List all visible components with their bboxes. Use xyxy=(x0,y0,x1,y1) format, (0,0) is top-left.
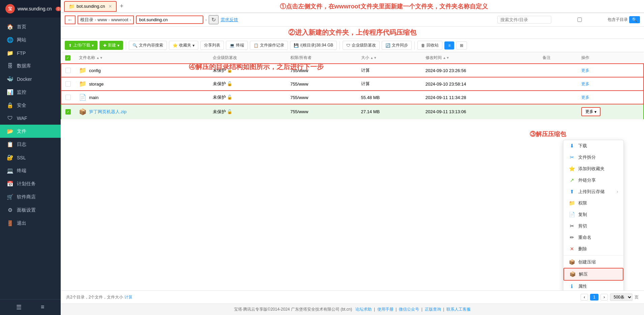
bottom-footer: 宝塔·腾讯云专享版©2014-2024 广东堡塔安全技术有限公司 (bt.cn)… xyxy=(61,304,644,315)
sidebar-item-ftp[interactable]: 📁 FTP xyxy=(0,46,61,60)
view-list-btn[interactable]: ≡ xyxy=(444,41,454,50)
cut-icon: ✂ xyxy=(569,223,575,229)
manual-link[interactable]: 使用手册 xyxy=(377,307,393,312)
sidebar-label-files: 文件 xyxy=(17,128,26,134)
path-seg-www[interactable]: www xyxy=(97,17,107,22)
col-action: 操作 xyxy=(577,52,644,64)
cm-copy[interactable]: 📄 复制 xyxy=(563,209,623,220)
enterprise-protect-btn[interactable]: 🛡 企业级防篡改 xyxy=(343,41,380,50)
cm-cut[interactable]: ✂ 剪切 xyxy=(563,220,623,232)
ftp-icon: 📁 xyxy=(7,50,13,56)
support-link[interactable]: 联系人工客服 xyxy=(446,307,471,312)
sidebar-item-terminal[interactable]: 💻 终端 xyxy=(0,164,61,177)
sidebar-item-database[interactable]: 🗄 数据库 xyxy=(0,60,61,72)
col-note: 备注 xyxy=(538,52,577,64)
col-filename[interactable]: 文件名称 ▲▼ xyxy=(75,52,209,64)
disk-info-btn[interactable]: 💾 /(根目录)38.94 GB xyxy=(290,41,337,50)
cm-properties[interactable]: ℹ 属性 xyxy=(563,281,623,290)
table-row: 📁 config 未保护 🔓 755/www 计算 2024-09-10 23:… xyxy=(61,64,644,77)
sidebar-item-files[interactable]: 📂 文件 xyxy=(0,125,61,138)
action-main: 更多 xyxy=(577,91,644,104)
col-modified[interactable]: 修改时间 ▲▼ xyxy=(421,52,538,64)
sidebar-menu-icon[interactable]: ≡ xyxy=(41,304,45,311)
sidebar-item-security[interactable]: 🔒 安全 xyxy=(0,99,61,112)
cm-bookmark[interactable]: ⭐ 添加到收藏夹 xyxy=(563,163,623,175)
sidebar-item-logs[interactable]: 📋 日志 xyxy=(0,138,61,151)
copy-icon: 📄 xyxy=(569,212,575,218)
page-size-select[interactable]: 500条 100条 50条 xyxy=(610,293,633,301)
sidebar-collapse-icon[interactable]: ☰ xyxy=(16,304,22,311)
cm-delete[interactable]: ✕ 删除 xyxy=(563,243,623,255)
sidebar-label-ssl: SSL xyxy=(17,155,26,160)
bookmarks-btn[interactable]: ⭐ 收藏夹 ▾ xyxy=(169,41,198,50)
content-search-btn[interactable]: 🔍 文件内容搜索 xyxy=(129,41,167,50)
view-grid-btn[interactable]: ⊞ xyxy=(456,41,467,50)
sidebar-item-waf[interactable]: 🛡 WAF xyxy=(0,112,61,125)
sidebar-item-website[interactable]: 🌐 网站 xyxy=(0,33,61,46)
sidebar-item-cron[interactable]: 📅 计划任务 xyxy=(0,177,61,190)
forum-link[interactable]: 论坛求助 xyxy=(355,307,372,312)
path-seg-root[interactable]: 根目录 xyxy=(80,17,93,23)
sidebar-item-shop[interactable]: 🛒 软件商店 xyxy=(0,190,61,203)
sort-filename-icon: ▲▼ xyxy=(96,56,103,60)
calc-link[interactable]: 计算 xyxy=(124,295,133,300)
path-current-input[interactable] xyxy=(136,15,203,24)
search-button[interactable]: 🔍 xyxy=(629,16,640,23)
terminal-btn[interactable]: 💻 终端 xyxy=(226,41,248,50)
row-checkbox-main[interactable] xyxy=(65,95,71,100)
page-next-btn[interactable]: › xyxy=(601,294,608,301)
cm-permissions[interactable]: 📁 权限 xyxy=(563,197,623,209)
path-demand-link[interactable]: 需求反馈 xyxy=(221,17,238,23)
new-btn[interactable]: ✚ 新建 ▾ xyxy=(99,41,123,50)
toolbar-divider-1 xyxy=(126,41,126,50)
sidebar-item-docker[interactable]: 🐳 Docker xyxy=(0,72,61,86)
sidebar: 宝 www.sunding.cn 0 🏠 首页 🌐 网站 📁 FTP 🗄 数据库… xyxy=(0,0,61,315)
page-1-btn[interactable]: 1 xyxy=(590,294,598,301)
sidebar-bottom: ☰ ≡ xyxy=(0,299,61,315)
permissions-config: 755/www xyxy=(286,64,357,77)
upload-dropdown-icon: ▾ xyxy=(92,43,94,48)
path-refresh-button[interactable]: ↻ xyxy=(209,15,218,24)
action-link-config[interactable]: 更多 xyxy=(581,68,589,73)
page-prev-btn[interactable]: ‹ xyxy=(581,294,588,301)
share-list-btn[interactable]: 分享列表 xyxy=(200,41,224,50)
verify-link[interactable]: 正版查询 xyxy=(425,307,441,312)
sidebar-item-monitor[interactable]: 📊 监控 xyxy=(0,86,61,99)
cm-split[interactable]: ✂ 文件拆分 xyxy=(563,152,623,163)
file-ops-btn[interactable]: 📋 文件操作记录 xyxy=(250,41,288,50)
cm-download[interactable]: ⬇ 下载 xyxy=(563,140,623,152)
cm-extract[interactable]: 📦 解压 xyxy=(563,268,623,281)
cm-create-zip[interactable]: 📦 创建压缩 xyxy=(563,256,623,268)
download-icon: ⬇ xyxy=(569,143,575,149)
tab-item-bot[interactable]: 📁 bot.sunding.cn ✕ xyxy=(64,1,117,12)
sidebar-item-logout[interactable]: 🚪 退出 xyxy=(0,217,61,230)
recycle-btn[interactable]: 🗑 回收站 xyxy=(417,41,442,50)
sidebar-item-settings[interactable]: ⚙ 面板设置 xyxy=(0,203,61,217)
sidebar-item-home[interactable]: 🏠 首页 xyxy=(0,20,61,33)
sidebar-item-ssl[interactable]: 🔐 SSL xyxy=(0,151,61,164)
select-all-checkbox[interactable] xyxy=(65,55,70,61)
row-checkbox-config[interactable] xyxy=(65,68,71,73)
cm-rename[interactable]: ✏ 重命名 xyxy=(563,232,623,243)
action-link-main[interactable]: 更多 xyxy=(581,95,589,100)
search-subdir-label: 包含子目录 xyxy=(608,17,628,23)
row-checkbox-zip[interactable] xyxy=(65,109,71,115)
path-back-button[interactable]: ← xyxy=(65,15,76,24)
tab-close-btn[interactable]: ✕ xyxy=(109,4,112,9)
more-btn-zip[interactable]: 更多 ▾ xyxy=(581,107,601,116)
col-size[interactable]: 大小 ▲▼ xyxy=(357,52,421,64)
search-input[interactable] xyxy=(497,16,551,24)
files-icon: 📂 xyxy=(7,128,13,134)
wechat-link[interactable]: 微信公众号 xyxy=(399,307,419,312)
upload-download-btn[interactable]: ⬆ 上传/下载 ▾ xyxy=(65,41,97,50)
search-subdir-checkbox[interactable]: 包含子目录 xyxy=(553,17,628,23)
cm-share[interactable]: ↗ 外链分享 xyxy=(563,175,623,186)
cm-cloud-upload[interactable]: ⬆ 上传到云存储 › xyxy=(563,186,623,197)
file-sync-btn[interactable]: 🔄 文件同步 xyxy=(382,41,412,50)
sidebar-label-security: 安全 xyxy=(17,102,26,108)
path-seg-wwwroot[interactable]: wwwroot xyxy=(111,17,128,22)
row-checkbox-storage[interactable] xyxy=(65,81,71,87)
col-checkbox[interactable] xyxy=(61,52,75,64)
action-link-storage[interactable]: 更多 xyxy=(581,82,589,86)
tab-add-btn[interactable]: + xyxy=(118,3,126,10)
